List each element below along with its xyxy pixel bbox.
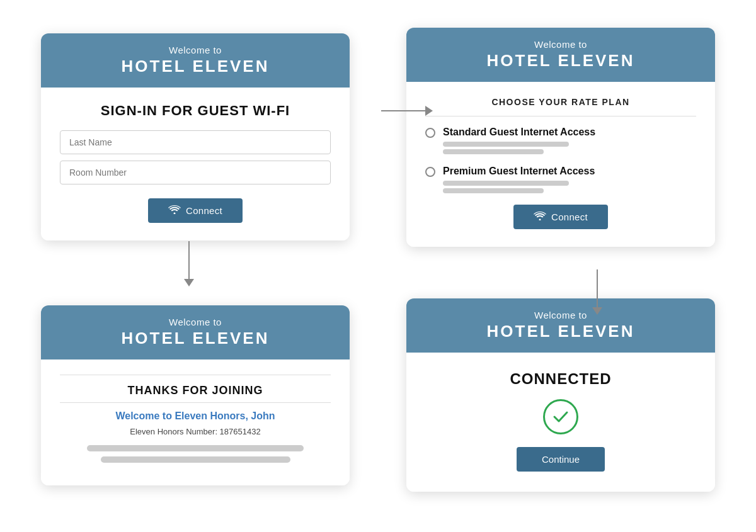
rate-plan-title: CHOOSE YOUR RATE PLAN: [425, 97, 696, 107]
continue-button[interactable]: Continue: [517, 447, 605, 472]
rate-option-premium-desc1: [443, 181, 569, 186]
radio-premium[interactable]: [425, 167, 435, 177]
connected-body: CONNECTED Continue: [406, 353, 715, 492]
thanks-body: THANKS FOR JOINING Welcome to Eleven Hon…: [41, 359, 350, 485]
rate-option-standard-label: Standard Guest Internet Access: [443, 127, 595, 138]
rate-option-standard-content: Standard Guest Internet Access: [443, 127, 595, 157]
radio-standard[interactable]: [425, 128, 435, 138]
canvas: Welcome to HOTEL ELEVEN SIGN-IN FOR GUES…: [0, 0, 756, 532]
connected-card: Welcome to HOTEL ELEVEN CONNECTED Contin…: [406, 298, 715, 492]
rate-option-premium-desc2: [443, 188, 544, 193]
thanks-divider-bottom: [60, 402, 331, 403]
signin-header: Welcome to HOTEL ELEVEN: [41, 33, 350, 88]
signin-title: SIGN-IN FOR GUEST WI-FI: [60, 103, 331, 119]
signin-connect-button[interactable]: Connect: [148, 198, 243, 223]
signin-connect-label: Connect: [186, 205, 222, 216]
rate-option-premium-content: Premium Guest Internet Access: [443, 166, 595, 196]
rate-option-premium[interactable]: Premium Guest Internet Access: [425, 166, 696, 196]
thanks-welcome-text: Welcome to Eleven Honors, John: [60, 410, 331, 422]
room-number-input[interactable]: [60, 161, 331, 184]
arrow-right: [381, 106, 433, 116]
rate-plan-welcome: Welcome to: [419, 39, 702, 50]
wifi-icon-rate: [534, 212, 546, 222]
panel-connected: Welcome to HOTEL ELEVEN CONNECTED Contin…: [378, 266, 743, 524]
arrow-down-left: [184, 241, 194, 286]
thanks-bar-2: [101, 456, 290, 463]
rate-plan-divider: [425, 116, 696, 116]
thanks-hotel: HOTEL ELEVEN: [54, 329, 337, 348]
thanks-name: John: [251, 410, 275, 421]
main-grid: Welcome to HOTEL ELEVEN SIGN-IN FOR GUES…: [13, 8, 743, 524]
thanks-card: Welcome to HOTEL ELEVEN THANKS FOR JOINI…: [41, 305, 350, 485]
rate-option-standard-desc1: [443, 142, 569, 147]
rate-plan-hotel: HOTEL ELEVEN: [419, 51, 702, 71]
rate-option-premium-label: Premium Guest Internet Access: [443, 166, 595, 177]
honors-number: Eleven Honors Number: 187651432: [60, 427, 331, 436]
rate-plan-body: CHOOSE YOUR RATE PLAN Standard Guest Int…: [406, 82, 715, 247]
thanks-welcome-pre: Welcome to Eleven Honors,: [115, 410, 248, 421]
connected-header: Welcome to HOTEL ELEVEN: [406, 298, 715, 353]
rate-plan-header: Welcome to HOTEL ELEVEN: [406, 28, 715, 82]
panel-thanks: Welcome to HOTEL ELEVEN THANKS FOR JOINI…: [13, 266, 378, 524]
panel-signin: Welcome to HOTEL ELEVEN SIGN-IN FOR GUES…: [13, 8, 378, 266]
panel-rate-plan: Welcome to HOTEL ELEVEN CHOOSE YOUR RATE…: [378, 8, 743, 266]
thanks-title: THANKS FOR JOINING: [60, 384, 331, 397]
rate-option-standard[interactable]: Standard Guest Internet Access: [425, 127, 696, 157]
arrow-down-right: [592, 269, 602, 315]
check-icon: [543, 399, 578, 434]
wifi-icon: [168, 205, 181, 216]
signin-welcome: Welcome to: [54, 45, 337, 55]
thanks-bar-1: [87, 445, 304, 451]
connected-welcome: Welcome to: [419, 310, 702, 320]
rate-plan-connect-label: Connect: [551, 212, 588, 222]
rate-option-standard-desc2: [443, 149, 544, 154]
connected-title: CONNECTED: [425, 370, 696, 388]
connected-hotel: HOTEL ELEVEN: [419, 322, 702, 341]
last-name-input[interactable]: [60, 130, 331, 154]
thanks-header: Welcome to HOTEL ELEVEN: [41, 305, 350, 359]
signin-card: Welcome to HOTEL ELEVEN SIGN-IN FOR GUES…: [41, 33, 350, 241]
continue-label: Continue: [542, 454, 580, 465]
rate-plan-connect-button[interactable]: Connect: [513, 205, 608, 229]
thanks-divider-top: [60, 375, 331, 375]
rate-plan-card: Welcome to HOTEL ELEVEN CHOOSE YOUR RATE…: [406, 28, 715, 247]
thanks-welcome: Welcome to: [54, 317, 337, 327]
signin-body: SIGN-IN FOR GUEST WI-FI Connect: [41, 88, 350, 241]
signin-hotel: HOTEL ELEVEN: [54, 57, 337, 76]
